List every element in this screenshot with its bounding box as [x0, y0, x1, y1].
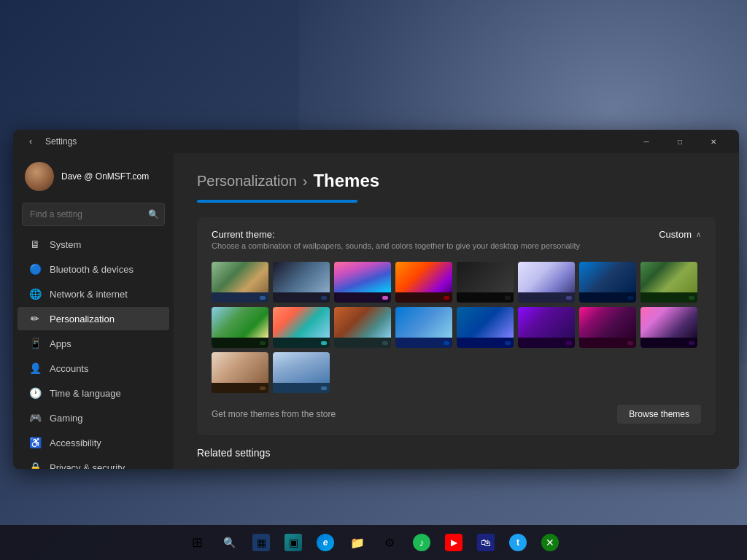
privacy-label: Privacy & security: [50, 462, 125, 470]
theme-dot-11: [382, 341, 388, 345]
theme-bar-3: [334, 292, 391, 303]
gaming-icon: 🎮: [29, 412, 41, 424]
taskbar-xbox-button[interactable]: ✕: [535, 528, 565, 557]
sidebar-item-privacy[interactable]: 🔒 Privacy & security: [18, 456, 169, 469]
theme-bar-16: [640, 338, 697, 348]
main-content: Personalization › Themes Current theme: …: [174, 153, 739, 469]
theme-item-13[interactable]: [457, 307, 514, 348]
xbox-icon: ✕: [541, 534, 559, 551]
theme-title: Current theme:: [212, 229, 580, 240]
theme-item-5[interactable]: [457, 262, 514, 303]
theme-item-12[interactable]: [395, 307, 452, 348]
sidebar-item-network[interactable]: 🌐 Network & internet: [18, 282, 169, 306]
youtube-icon: ▶: [445, 534, 462, 551]
search-input[interactable]: [22, 203, 165, 226]
theme-item-15[interactable]: [579, 307, 636, 348]
sidebar-item-gaming[interactable]: 🎮 Gaming: [18, 406, 169, 429]
edge-icon: e: [317, 534, 334, 551]
theme-dot-10: [321, 341, 327, 345]
theme-preview-6: [518, 262, 575, 292]
bluetooth-icon: 🔵: [29, 263, 41, 275]
theme-item-10[interactable]: [273, 307, 330, 348]
theme-bar-2: [273, 292, 330, 303]
accessibility-icon: ♿: [29, 437, 41, 448]
taskbar-start-button[interactable]: ⊞: [182, 528, 212, 557]
theme-item-4[interactable]: [395, 262, 452, 303]
theme-bar-6: [518, 292, 575, 303]
taskbar-search-icon: 🔍: [220, 534, 238, 551]
search-icon: 🔍: [148, 209, 159, 219]
theme-dot-6: [566, 296, 572, 300]
theme-item-1[interactable]: [212, 262, 268, 303]
theme-item-7[interactable]: [579, 262, 636, 303]
twitter-icon: t: [509, 534, 527, 551]
window-body: Dave @ OnMSFT.com 🔍 🖥 System 🔵 Bluetooth…: [13, 153, 739, 469]
system-label: System: [50, 239, 81, 250]
theme-item-16[interactable]: [640, 307, 697, 348]
time-icon: 🕐: [29, 387, 41, 399]
theme-item-9[interactable]: [212, 307, 268, 348]
title-bar-left: ‹ Settings: [22, 133, 630, 150]
avatar-image: [25, 162, 54, 191]
taskbar: ⊞ 🔍 ▦ ▣ e 📁 ⚙ ♪ ▶ 🛍 t ✕: [0, 525, 747, 560]
theme-item-17[interactable]: [212, 352, 268, 393]
theme-dot-12: [444, 341, 449, 345]
sidebar-item-bluetooth[interactable]: 🔵 Bluetooth & devices: [18, 257, 169, 281]
theme-preview-18: [273, 352, 330, 383]
taskbar-spotify-button[interactable]: ♪: [407, 528, 436, 557]
sidebar-item-personalization[interactable]: ✏ Personalization: [18, 307, 169, 330]
theme-bar-18: [273, 383, 330, 393]
sidebar: Dave @ OnMSFT.com 🔍 🖥 System 🔵 Bluetooth…: [13, 153, 174, 469]
theme-item-6[interactable]: [518, 262, 575, 303]
taskbar-youtube-button[interactable]: ▶: [439, 528, 468, 557]
theme-dot-13: [505, 341, 511, 345]
taskbar-explorer-button[interactable]: 📁: [343, 528, 372, 557]
browse-themes-button[interactable]: Browse themes: [617, 405, 701, 424]
theme-bar-13: [457, 338, 514, 348]
theme-item-18[interactable]: [273, 352, 330, 393]
bluetooth-label: Bluetooth & devices: [50, 264, 133, 275]
sidebar-item-accounts[interactable]: 👤 Accounts: [18, 357, 169, 380]
theme-bar-14: [518, 338, 575, 348]
store-text: Get more themes from the store: [212, 409, 336, 419]
close-button[interactable]: ✕: [697, 130, 730, 153]
taskbar-search-button[interactable]: 🔍: [214, 528, 244, 557]
chevron-up-icon: ∧: [696, 230, 701, 238]
apps-icon: 📱: [29, 338, 41, 349]
minimize-button[interactable]: ─: [630, 130, 663, 153]
theme-item-14[interactable]: [518, 307, 575, 348]
theme-dot-9: [260, 341, 266, 345]
theme-item-2[interactable]: [273, 262, 330, 303]
current-theme-button[interactable]: Custom ∧: [659, 229, 701, 240]
breadcrumb-current: Themes: [313, 171, 379, 191]
sidebar-item-system[interactable]: 🖥 System: [18, 233, 169, 256]
theme-preview-2: [273, 262, 330, 292]
theme-item-8[interactable]: [640, 262, 697, 303]
theme-info: Current theme: Choose a combination of w…: [212, 229, 580, 250]
theme-preview-9: [212, 307, 268, 338]
sidebar-item-time[interactable]: 🕐 Time & language: [18, 381, 169, 405]
breadcrumb-parent: Personalization: [197, 173, 297, 190]
theme-dot-16: [689, 341, 694, 345]
theme-dot-2: [321, 296, 327, 300]
sidebar-item-apps[interactable]: 📱 Apps: [18, 332, 169, 355]
theme-dot-18: [321, 386, 327, 390]
accessibility-label: Accessibility: [50, 438, 101, 448]
back-button[interactable]: ‹: [22, 133, 39, 150]
theme-bar-10: [273, 338, 330, 348]
taskbar-store-button[interactable]: 🛍: [471, 528, 500, 557]
scroll-indicator: [197, 200, 357, 203]
theme-bar-17: [212, 383, 268, 393]
taskbar-twitter-button[interactable]: t: [503, 528, 533, 557]
taskbar-widgets-button[interactable]: ▦: [247, 528, 276, 557]
taskbar-edge-button[interactable]: e: [311, 528, 340, 557]
taskbar-multitask-button[interactable]: ▣: [279, 528, 308, 557]
theme-dot-4: [444, 296, 449, 300]
maximize-button[interactable]: □: [663, 130, 697, 153]
theme-bar-9: [212, 338, 268, 348]
theme-item-3[interactable]: [334, 262, 391, 303]
theme-item-11[interactable]: [334, 307, 391, 348]
page-header: Personalization › Themes: [197, 171, 716, 203]
sidebar-item-accessibility[interactable]: ♿ Accessibility: [18, 431, 169, 454]
taskbar-settings-button[interactable]: ⚙: [375, 528, 404, 557]
